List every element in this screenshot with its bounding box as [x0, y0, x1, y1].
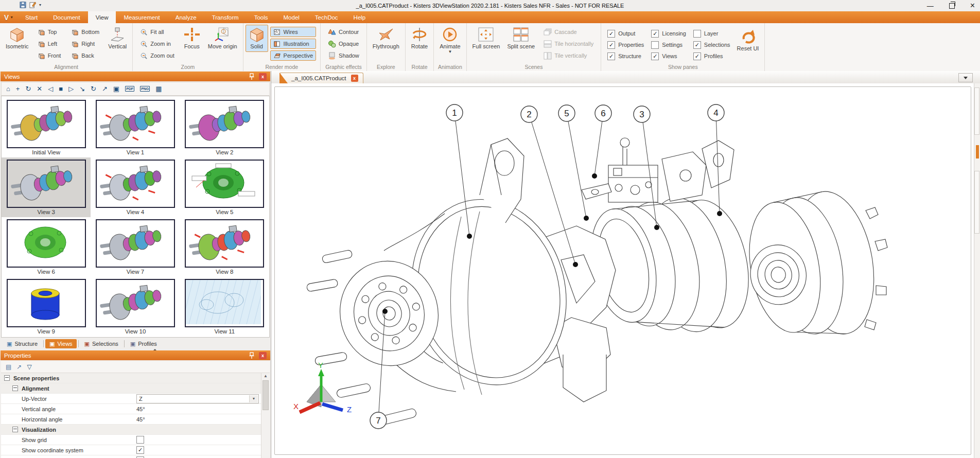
view-thumbnail[interactable]: View 6	[2, 217, 91, 277]
collapse-icon[interactable]	[4, 375, 10, 381]
collapse-icon[interactable]	[12, 427, 18, 432]
view-thumbnail[interactable]: View 7	[91, 217, 180, 277]
pane-toggle-profiles[interactable]: ✓Profiles	[693, 52, 730, 60]
view-thumbnail[interactable]: View 9	[2, 277, 91, 337]
copy-properties-icon[interactable]: ▤	[6, 363, 11, 371]
panel-tab-profiles[interactable]: ▣Profiles	[126, 339, 161, 348]
pane-toggle-output[interactable]: ✓Output	[607, 30, 644, 38]
view-thumbnail[interactable]: View 11	[180, 277, 269, 337]
close-button[interactable]: ×	[970, 2, 975, 10]
export-png-icon[interactable]: PNG	[140, 86, 150, 92]
left-view-button[interactable]: Left	[34, 39, 64, 49]
rotate-button[interactable]: Rotate	[408, 25, 431, 52]
scrollbar-thumb[interactable]	[262, 380, 269, 410]
document-tab-close-icon[interactable]: x	[351, 75, 358, 82]
pane-toggle-views[interactable]: ✓Views	[651, 52, 686, 60]
document-tab[interactable]: _a_I005.CATProduct x	[279, 73, 363, 83]
pin-icon[interactable]	[249, 73, 255, 80]
contour-button[interactable]: Contour	[325, 27, 362, 37]
animate-dropdown-caret-icon[interactable]: ▼	[448, 51, 452, 53]
panel-tab-views[interactable]: ▣Views	[45, 339, 77, 348]
minimize-button[interactable]: —	[927, 3, 934, 9]
property-row-show-grid[interactable]: Show grid	[1, 435, 261, 445]
cascade-button[interactable]: Cascade	[540, 27, 597, 37]
properties-scrollbar[interactable]: ▲	[261, 373, 270, 458]
shadow-button[interactable]: Shadow	[325, 50, 362, 61]
view-thumbnail[interactable]: View 8	[180, 217, 269, 277]
illustration-button[interactable]: Illustration	[270, 39, 316, 49]
zoom-out-button[interactable]: Zoom out	[137, 50, 177, 61]
menu-tab-transform[interactable]: Transform	[204, 11, 247, 23]
fit-all-button[interactable]: Fit all	[137, 27, 177, 37]
menu-tab-view[interactable]: View	[88, 11, 116, 23]
isometric-button[interactable]: Isometric	[2, 25, 32, 52]
zoom-in-button[interactable]: Zoom in	[137, 39, 177, 49]
vertical-button[interactable]: Vertical	[104, 25, 130, 52]
full-screen-button[interactable]: Full screen	[469, 25, 504, 52]
views-pane-close-icon[interactable]: x	[259, 73, 267, 80]
wires-button[interactable]: Wires	[270, 27, 316, 37]
pane-toggle-selections[interactable]: ✓Selections	[693, 41, 730, 49]
right-scrollbar-thumb[interactable]	[976, 145, 979, 158]
property-row-vertical-angle[interactable]: Vertical angle45°	[1, 404, 261, 414]
pane-toggle-layer[interactable]: Layer	[693, 30, 730, 38]
pane-toggle-properties[interactable]: ✓Properties	[607, 41, 644, 49]
menu-tab-measurement[interactable]: Measurement	[116, 11, 167, 23]
refresh-views-icon[interactable]: ↻	[91, 85, 96, 92]
export-pdf-icon[interactable]: PDF	[125, 86, 134, 92]
focus-button[interactable]: Focus	[180, 25, 204, 52]
export-view-icon[interactable]: ↗	[102, 85, 108, 92]
solid-button[interactable]: Solid	[246, 25, 268, 52]
stop-playback-icon[interactable]: ■	[59, 85, 63, 92]
menu-tab-help[interactable]: Help	[346, 11, 374, 23]
panel-tab-selections[interactable]: ▣Selections	[80, 339, 122, 348]
view-thumbnail[interactable]: View 3	[2, 157, 91, 217]
menu-tab-document[interactable]: Document	[45, 11, 87, 23]
play-backward-icon[interactable]: ◁	[48, 85, 53, 92]
tile-horizontally-button[interactable]: Tile horizontally	[540, 39, 597, 49]
filter-properties-icon[interactable]: ▽	[27, 363, 31, 371]
properties-pane-close-icon[interactable]: x	[259, 352, 267, 359]
pane-toggle-structure[interactable]: ✓Structure	[607, 52, 644, 60]
delete-view-icon[interactable]: ✕	[37, 85, 42, 92]
bottom-view-button[interactable]: Bottom	[68, 27, 102, 37]
view-thumbnail[interactable]: View 4	[91, 157, 180, 217]
menu-tab-start[interactable]: Start	[18, 11, 45, 23]
property-dropdown[interactable]: Z▼	[136, 394, 259, 403]
opaque-button[interactable]: Opaque	[325, 39, 362, 49]
tab-list-dropdown-button[interactable]	[958, 73, 973, 82]
menu-tab-model[interactable]: Model	[276, 11, 307, 23]
view-thumbnail[interactable]: View 10	[91, 277, 180, 337]
perspective-button[interactable]: Perspective	[270, 50, 316, 61]
pane-toggle-settings[interactable]: Settings	[651, 41, 686, 49]
front-view-button[interactable]: Front	[34, 50, 64, 61]
gallery-icon[interactable]: ▦	[155, 85, 162, 92]
restore-button[interactable]	[949, 3, 955, 9]
menu-tab-techdoc[interactable]: TechDoc	[307, 11, 346, 23]
collapse-icon[interactable]	[12, 385, 18, 391]
move-origin-button[interactable]: Move origin	[204, 25, 241, 52]
update-view-icon[interactable]: ↻	[25, 85, 31, 92]
panel-tab-structure[interactable]: ▣Structure	[3, 339, 42, 348]
tile-vertically-button[interactable]: Tile vertically	[540, 50, 597, 61]
view-thumbnail[interactable]: View 5	[180, 157, 269, 217]
reset-ui-button[interactable]: Reset UI	[733, 27, 763, 54]
add-view-icon[interactable]: +	[16, 85, 20, 92]
menu-tab-tools[interactable]: Tools	[247, 11, 276, 23]
back-view-button[interactable]: Back	[68, 50, 102, 61]
property-row-show-coordinate-system[interactable]: Show coordinate system✓	[1, 445, 261, 455]
play-forward-icon[interactable]: ▷	[68, 85, 74, 92]
pin-icon[interactable]	[249, 352, 255, 359]
animate-button[interactable]: Animate ▼	[436, 25, 464, 55]
home-view-icon[interactable]: ⌂	[6, 85, 10, 92]
copy-image-icon[interactable]: ▣	[113, 85, 119, 92]
property-row-use-point-size[interactable]: Use point size✓	[1, 455, 261, 458]
fit-view-icon[interactable]: ↘	[79, 85, 85, 92]
scroll-up-icon[interactable]: ▲	[261, 374, 270, 378]
checkbox-icon[interactable]	[136, 436, 144, 444]
property-row-up-vector[interactable]: Up-VectorZ▼	[1, 394, 261, 404]
top-view-button[interactable]: Top	[34, 27, 64, 37]
view-thumbnail[interactable]: View 1	[91, 98, 180, 157]
app-menu-button[interactable]: V ▼	[0, 11, 18, 23]
split-scene-button[interactable]: Split scene	[503, 25, 538, 52]
